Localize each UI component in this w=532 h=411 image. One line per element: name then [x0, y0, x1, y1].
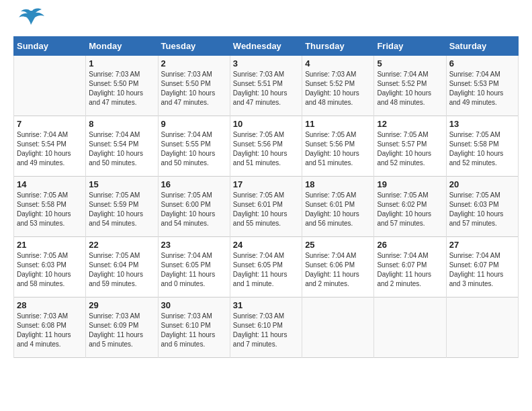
day-info: Sunrise: 7:04 AM Sunset: 5:53 PM Dayligh… — [449, 70, 515, 107]
day-number: 24 — [233, 240, 299, 250]
header-day-tuesday: Tuesday — [158, 37, 230, 56]
day-info: Sunrise: 7:05 AM Sunset: 6:01 PM Dayligh… — [305, 191, 371, 228]
day-info: Sunrise: 7:04 AM Sunset: 6:05 PM Dayligh… — [161, 251, 227, 289]
calendar-cell: 30Sunrise: 7:03 AM Sunset: 6:10 PM Dayli… — [158, 298, 230, 358]
day-info: Sunrise: 7:05 AM Sunset: 6:03 PM Dayligh… — [449, 191, 515, 228]
day-number: 29 — [89, 300, 154, 310]
calendar-cell: 11Sunrise: 7:05 AM Sunset: 5:56 PM Dayli… — [302, 116, 374, 177]
calendar-cell: 15Sunrise: 7:05 AM Sunset: 5:59 PM Dayli… — [86, 177, 158, 237]
day-info: Sunrise: 7:04 AM Sunset: 5:54 PM Dayligh… — [17, 130, 83, 168]
day-info: Sunrise: 7:04 AM Sunset: 5:52 PM Dayligh… — [377, 70, 443, 107]
calendar-cell — [302, 298, 374, 358]
calendar-cell: 9Sunrise: 7:04 AM Sunset: 5:55 PM Daylig… — [158, 116, 230, 177]
day-info: Sunrise: 7:03 AM Sunset: 5:50 PM Dayligh… — [161, 70, 227, 107]
day-info: Sunrise: 7:04 AM Sunset: 5:55 PM Dayligh… — [161, 130, 227, 168]
day-info: Sunrise: 7:03 AM Sunset: 6:08 PM Dayligh… — [17, 312, 83, 349]
day-info: Sunrise: 7:03 AM Sunset: 5:50 PM Dayligh… — [89, 70, 154, 107]
day-info: Sunrise: 7:05 AM Sunset: 5:58 PM Dayligh… — [449, 130, 515, 168]
day-number: 17 — [233, 179, 299, 189]
calendar-cell: 31Sunrise: 7:03 AM Sunset: 6:10 PM Dayli… — [230, 298, 302, 358]
day-info: Sunrise: 7:04 AM Sunset: 5:54 PM Dayligh… — [89, 130, 154, 168]
calendar-cell: 27Sunrise: 7:04 AM Sunset: 6:07 PM Dayli… — [446, 237, 518, 298]
day-number: 11 — [305, 119, 371, 129]
day-info: Sunrise: 7:03 AM Sunset: 5:52 PM Dayligh… — [305, 70, 371, 107]
day-number: 27 — [449, 240, 515, 250]
header-day-sunday: Sunday — [14, 37, 86, 56]
day-number: 3 — [233, 58, 299, 68]
day-number: 30 — [161, 300, 227, 310]
calendar-cell: 5Sunrise: 7:04 AM Sunset: 5:52 PM Daylig… — [374, 56, 446, 116]
logo — [13, 13, 44, 30]
day-info: Sunrise: 7:04 AM Sunset: 6:05 PM Dayligh… — [233, 251, 299, 289]
day-info: Sunrise: 7:05 AM Sunset: 6:01 PM Dayligh… — [233, 191, 299, 228]
calendar-cell: 8Sunrise: 7:04 AM Sunset: 5:54 PM Daylig… — [86, 116, 158, 177]
day-number: 5 — [377, 58, 443, 68]
day-info: Sunrise: 7:03 AM Sunset: 6:10 PM Dayligh… — [161, 312, 227, 349]
day-number: 14 — [17, 179, 83, 189]
day-info: Sunrise: 7:05 AM Sunset: 6:04 PM Dayligh… — [89, 251, 154, 289]
day-number: 15 — [89, 179, 154, 189]
calendar-cell: 22Sunrise: 7:05 AM Sunset: 6:04 PM Dayli… — [86, 237, 158, 298]
calendar-week-1: 1Sunrise: 7:03 AM Sunset: 5:50 PM Daylig… — [14, 56, 519, 116]
header-day-friday: Friday — [374, 37, 446, 56]
calendar-body: 1Sunrise: 7:03 AM Sunset: 5:50 PM Daylig… — [14, 56, 519, 358]
calendar-cell: 28Sunrise: 7:03 AM Sunset: 6:08 PM Dayli… — [14, 298, 86, 358]
day-info: Sunrise: 7:05 AM Sunset: 6:00 PM Dayligh… — [161, 191, 227, 228]
day-number: 12 — [377, 119, 443, 129]
day-info: Sunrise: 7:05 AM Sunset: 5:56 PM Dayligh… — [305, 130, 371, 168]
calendar-cell: 16Sunrise: 7:05 AM Sunset: 6:00 PM Dayli… — [158, 177, 230, 237]
calendar-cell: 3Sunrise: 7:03 AM Sunset: 5:51 PM Daylig… — [230, 56, 302, 116]
calendar-cell: 4Sunrise: 7:03 AM Sunset: 5:52 PM Daylig… — [302, 56, 374, 116]
calendar-cell — [446, 298, 518, 358]
header-day-saturday: Saturday — [446, 37, 518, 56]
day-number: 8 — [89, 119, 154, 129]
calendar-cell: 6Sunrise: 7:04 AM Sunset: 5:53 PM Daylig… — [446, 56, 518, 116]
calendar-cell: 25Sunrise: 7:04 AM Sunset: 6:06 PM Dayli… — [302, 237, 374, 298]
day-info: Sunrise: 7:03 AM Sunset: 6:10 PM Dayligh… — [233, 312, 299, 349]
day-info: Sunrise: 7:05 AM Sunset: 5:56 PM Dayligh… — [233, 130, 299, 168]
day-number: 19 — [377, 179, 443, 189]
day-number: 6 — [449, 58, 515, 68]
calendar-cell: 10Sunrise: 7:05 AM Sunset: 5:56 PM Dayli… — [230, 116, 302, 177]
calendar-cell: 7Sunrise: 7:04 AM Sunset: 5:54 PM Daylig… — [14, 116, 86, 177]
day-number: 1 — [89, 58, 154, 68]
day-number: 25 — [305, 240, 371, 250]
day-number: 2 — [161, 58, 227, 68]
day-number: 20 — [449, 179, 515, 189]
day-number: 28 — [17, 300, 83, 310]
header-day-monday: Monday — [86, 37, 158, 56]
calendar-cell: 17Sunrise: 7:05 AM Sunset: 6:01 PM Dayli… — [230, 177, 302, 237]
calendar-cell: 18Sunrise: 7:05 AM Sunset: 6:01 PM Dayli… — [302, 177, 374, 237]
day-info: Sunrise: 7:03 AM Sunset: 5:51 PM Dayligh… — [233, 70, 299, 107]
day-number: 7 — [17, 119, 83, 129]
page-header — [13, 13, 519, 30]
day-info: Sunrise: 7:03 AM Sunset: 6:09 PM Dayligh… — [89, 312, 154, 349]
day-info: Sunrise: 7:04 AM Sunset: 6:07 PM Dayligh… — [449, 251, 515, 289]
day-info: Sunrise: 7:05 AM Sunset: 6:02 PM Dayligh… — [377, 191, 443, 228]
calendar-cell: 21Sunrise: 7:05 AM Sunset: 6:03 PM Dayli… — [14, 237, 86, 298]
day-info: Sunrise: 7:05 AM Sunset: 6:03 PM Dayligh… — [17, 251, 83, 289]
day-number: 22 — [89, 240, 154, 250]
header-row: SundayMondayTuesdayWednesdayThursdayFrid… — [14, 37, 519, 56]
day-number: 16 — [161, 179, 227, 189]
calendar-cell — [374, 298, 446, 358]
calendar-cell: 12Sunrise: 7:05 AM Sunset: 5:57 PM Dayli… — [374, 116, 446, 177]
day-number: 9 — [161, 119, 227, 129]
calendar-cell: 24Sunrise: 7:04 AM Sunset: 6:05 PM Dayli… — [230, 237, 302, 298]
day-number: 10 — [233, 119, 299, 129]
calendar-week-5: 28Sunrise: 7:03 AM Sunset: 6:08 PM Dayli… — [14, 298, 519, 358]
calendar-week-4: 21Sunrise: 7:05 AM Sunset: 6:03 PM Dayli… — [14, 237, 519, 298]
day-info: Sunrise: 7:05 AM Sunset: 5:57 PM Dayligh… — [377, 130, 443, 168]
calendar-cell: 19Sunrise: 7:05 AM Sunset: 6:02 PM Dayli… — [374, 177, 446, 237]
logo-bird-icon — [19, 7, 44, 29]
day-number: 26 — [377, 240, 443, 250]
calendar-table: SundayMondayTuesdayWednesdayThursdayFrid… — [13, 36, 519, 358]
calendar-cell: 14Sunrise: 7:05 AM Sunset: 5:58 PM Dayli… — [14, 177, 86, 237]
header-day-thursday: Thursday — [302, 37, 374, 56]
calendar-header: SundayMondayTuesdayWednesdayThursdayFrid… — [14, 37, 519, 56]
calendar-cell: 1Sunrise: 7:03 AM Sunset: 5:50 PM Daylig… — [86, 56, 158, 116]
day-number: 23 — [161, 240, 227, 250]
day-number: 18 — [305, 179, 371, 189]
day-info: Sunrise: 7:04 AM Sunset: 6:07 PM Dayligh… — [377, 251, 443, 289]
calendar-cell: 29Sunrise: 7:03 AM Sunset: 6:09 PM Dayli… — [86, 298, 158, 358]
